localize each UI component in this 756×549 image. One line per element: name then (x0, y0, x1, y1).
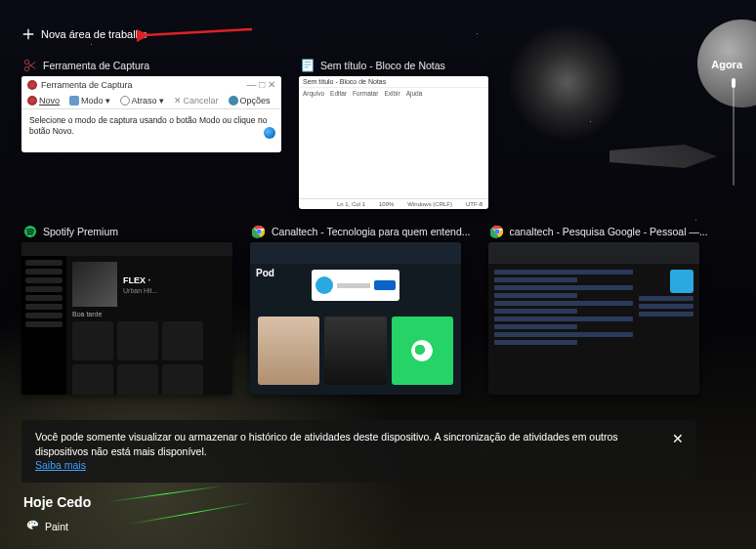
chrome-thumbnail-2 (488, 242, 699, 395)
notepad-icon (301, 59, 315, 72)
task-card-notepad[interactable]: Sem título - Bloco de Notas Sem título -… (299, 59, 488, 209)
spotify-thumbnail: FLEX ·Urban Hit... Boa tarde (21, 242, 232, 395)
close-icon[interactable]: ✕ (672, 430, 684, 449)
task-card-paint[interactable]: Paint (25, 520, 68, 533)
svg-point-12 (28, 525, 30, 527)
svg-point-6 (256, 229, 261, 233)
spotify-icon (23, 225, 37, 238)
paint-icon (25, 520, 39, 533)
learn-more-link[interactable]: Saiba mais (35, 459, 86, 471)
chrome-icon (252, 225, 266, 238)
scissors-icon (23, 59, 37, 72)
plus-icon (21, 27, 35, 41)
svg-line-0 (145, 29, 252, 35)
task-card-chrome-canaltech[interactable]: Canaltech - Tecnologia para quem entend.… (250, 225, 471, 395)
svg-rect-3 (303, 60, 314, 71)
new-desktop-button[interactable]: Nova área de trabalho (21, 27, 735, 41)
svg-point-9 (29, 523, 31, 525)
svg-point-10 (31, 522, 33, 524)
task-card-spotify[interactable]: Spotify Premium FLEX ·Urban Hit... Boa t… (21, 225, 232, 395)
earlier-heading: Hoje Cedo (23, 494, 91, 510)
new-desktop-label: Nova área de trabalho (41, 28, 147, 40)
card-title: canaltech - Pesquisa Google - Pessoal —.… (510, 226, 708, 237)
svg-point-8 (494, 229, 499, 233)
sync-info-banner: Você pode somente visualizar ou armazena… (21, 420, 695, 483)
timeline-now-label: Agora (711, 59, 742, 70)
svg-point-11 (34, 523, 36, 525)
paint-label: Paint (45, 521, 68, 532)
timeline-scrollbar[interactable] (733, 78, 735, 186)
card-title: Spotify Premium (43, 226, 118, 237)
task-card-snipping[interactable]: Ferramenta de Captura Ferramenta de Capt… (21, 59, 281, 209)
task-card-chrome-search[interactable]: canaltech - Pesquisa Google - Pessoal —.… (488, 225, 708, 395)
snipping-thumbnail: Ferramenta de Captura— □ ✕ Novo Modo ▾ A… (21, 76, 281, 152)
annotation-arrow (137, 21, 254, 51)
card-title: Ferramenta de Captura (43, 60, 149, 71)
svg-point-2 (24, 60, 28, 63)
banner-text: Você pode somente visualizar ou armazena… (35, 431, 618, 457)
card-title: Canaltech - Tecnologia para quem entend.… (272, 226, 471, 237)
svg-point-1 (24, 66, 28, 70)
chrome-thumbnail-1: Pod (250, 242, 461, 395)
notepad-thumbnail: Sem título - Bloco de Notas ArquivoEdita… (299, 76, 488, 209)
card-title: Sem título - Bloco de Notas (320, 60, 445, 71)
chrome-icon (490, 225, 504, 238)
